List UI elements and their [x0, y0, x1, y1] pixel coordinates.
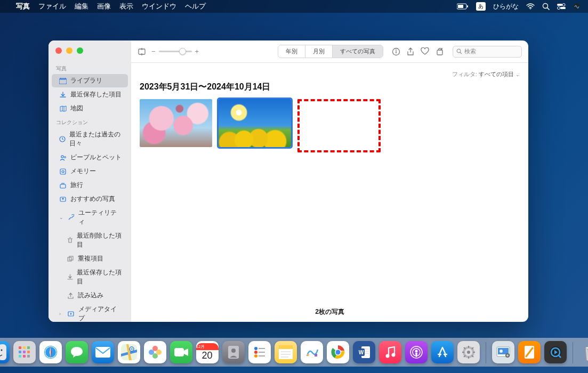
siri-icon[interactable]: [573, 3, 581, 10]
dock-freeform[interactable]: [301, 341, 323, 363]
dock-launchpad[interactable]: [13, 341, 36, 363]
sidebar-item-duplicates[interactable]: 重複項目: [52, 252, 128, 265]
sidebar-item-label: 地図: [70, 104, 83, 113]
dock-podcasts[interactable]: [405, 341, 428, 363]
minimize-button[interactable]: [66, 47, 73, 54]
svg-rect-9: [560, 7, 566, 9]
svg-point-84: [385, 354, 389, 358]
sidebar-item-utility[interactable]: ⌄ ユーティリティ: [52, 206, 128, 229]
aspect-icon[interactable]: [138, 48, 146, 55]
dock-chrome[interactable]: [327, 341, 349, 363]
sidebar-item-featured[interactable]: おすすめの写真: [52, 192, 128, 206]
svg-rect-67: [279, 345, 293, 349]
sidebar-item-media-type[interactable]: › メディアタイプ: [52, 303, 128, 322]
input-source[interactable]: あ: [476, 2, 486, 11]
zoom-in-icon[interactable]: +: [195, 47, 199, 55]
control-center-icon[interactable]: [557, 3, 566, 10]
sidebar-item-library[interactable]: ライブラリ: [52, 74, 128, 87]
dock-preview[interactable]: [492, 341, 514, 363]
dock-calendar[interactable]: 12月 20: [196, 341, 219, 363]
dock-trash[interactable]: [579, 341, 589, 363]
search-input[interactable]: 検索: [453, 46, 522, 58]
toolbar: − + 年別 月別 すべての写真: [131, 40, 528, 63]
info-icon[interactable]: [392, 47, 400, 56]
svg-point-99: [467, 351, 470, 354]
sidebar-item-trips[interactable]: 旅行: [52, 179, 128, 192]
download-icon: [59, 91, 67, 99]
share-icon[interactable]: [407, 47, 414, 56]
dock-messages[interactable]: [66, 341, 88, 363]
import-icon: [67, 292, 74, 299]
svg-point-61: [254, 347, 257, 350]
photo-thumbnail-selected[interactable]: [219, 99, 291, 147]
sidebar-item-label: ユーティリティ: [78, 208, 123, 226]
menubar-file[interactable]: ファイル: [38, 2, 66, 11]
sidebar-item-label: 最近または過去の日々: [69, 130, 123, 148]
zoom-out-icon[interactable]: −: [151, 47, 156, 55]
menubar-help[interactable]: ヘルプ: [185, 2, 206, 11]
clock-icon: [59, 135, 66, 143]
dock-music[interactable]: [379, 341, 401, 363]
svg-rect-42: [19, 351, 21, 353]
sidebar-item-people[interactable]: ピープルとペット: [52, 151, 128, 164]
sidebar-item-days[interactable]: 最近または過去の日々: [52, 128, 128, 150]
svg-rect-51: [95, 347, 110, 358]
dock-facetime[interactable]: [170, 341, 192, 363]
photos-window: 写真 ライブラリ 最近保存した項目 地図 コレクション 最近または過去の日々 ピ…: [49, 40, 528, 322]
svg-rect-40: [23, 346, 26, 349]
sidebar-item-recent-saved-2[interactable]: 最近保存した項目: [52, 266, 128, 288]
input-mode[interactable]: ひらがな: [493, 2, 519, 11]
photo-thumbnail[interactable]: [140, 99, 212, 147]
sidebar-item-recently-deleted[interactable]: 最近削除した項目: [52, 229, 128, 252]
menubar-window[interactable]: ウインドウ: [142, 2, 176, 11]
dock-word[interactable]: W: [353, 341, 375, 363]
people-icon: [59, 154, 67, 161]
dock-settings[interactable]: [457, 341, 480, 363]
chevron-right-icon: ›: [59, 311, 63, 317]
dock-appstore[interactable]: [431, 341, 454, 363]
rotate-icon[interactable]: [436, 47, 444, 56]
zoom-button[interactable]: [77, 47, 83, 54]
dock-pages[interactable]: [518, 341, 541, 363]
sidebar-item-label: 読み込み: [78, 291, 103, 300]
spotlight-icon[interactable]: [542, 3, 550, 10]
dock-photos[interactable]: [144, 341, 166, 363]
menubar-edit[interactable]: 編集: [75, 2, 88, 11]
dock-notes[interactable]: [275, 341, 297, 363]
dock-contacts[interactable]: [222, 341, 245, 363]
svg-rect-1: [458, 5, 463, 8]
filter-dropdown[interactable]: フィルタ: すべての項目 ⌄: [140, 70, 520, 78]
close-button[interactable]: [55, 47, 62, 54]
content-area: フィルタ: すべての項目 ⌄ 2023年5月31日〜2024年10月14日 2枚…: [131, 63, 528, 322]
download-icon: [67, 273, 73, 281]
dock-mail[interactable]: [92, 341, 114, 363]
menubar-image[interactable]: 画像: [97, 2, 111, 11]
dock-reminders[interactable]: [248, 341, 271, 363]
sidebar-item-map[interactable]: 地図: [52, 102, 128, 115]
chevron-down-icon: ⌄: [515, 72, 520, 77]
svg-rect-45: [19, 355, 21, 358]
menubar-app[interactable]: 写真: [16, 2, 30, 11]
svg-rect-58: [174, 348, 184, 356]
menubar-view[interactable]: 表示: [119, 2, 133, 11]
zoom-slider[interactable]: − +: [151, 47, 199, 55]
seg-all-photos[interactable]: すべての写真: [333, 45, 383, 58]
sidebar-item-memories[interactable]: メモリー: [52, 165, 128, 178]
sidebar-item-import[interactable]: 読み込み: [52, 289, 128, 302]
svg-point-77: [335, 350, 340, 355]
sidebar-item-recent-saved[interactable]: 最近保存した項目: [52, 88, 128, 101]
dock-finder[interactable]: [0, 341, 10, 363]
main-area: − + 年別 月別 すべての写真: [131, 40, 528, 322]
svg-point-104: [506, 354, 509, 356]
dock-safari[interactable]: [39, 341, 62, 363]
wifi-icon[interactable]: [526, 3, 535, 10]
dock-maps[interactable]: [118, 341, 140, 363]
dock-quicktime[interactable]: [544, 341, 567, 363]
seg-month[interactable]: 月別: [305, 45, 333, 58]
dock-separator: [486, 342, 486, 363]
battery-icon[interactable]: [457, 3, 469, 10]
dock-separator: [573, 342, 573, 363]
seg-year[interactable]: 年別: [278, 45, 305, 58]
svg-rect-36: [0, 344, 6, 360]
favorite-icon[interactable]: [421, 47, 429, 56]
